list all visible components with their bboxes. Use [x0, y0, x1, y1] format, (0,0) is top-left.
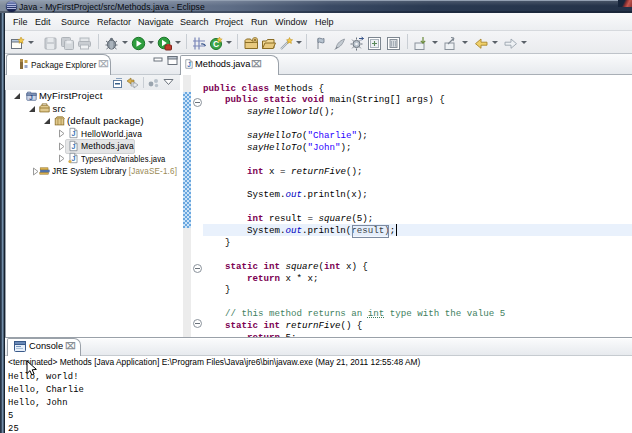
svg-text:J: J: [187, 61, 191, 68]
svg-text:J: J: [72, 130, 76, 137]
svg-text:J: J: [72, 155, 76, 162]
svg-text:J: J: [29, 94, 33, 101]
svg-text:J: J: [72, 143, 76, 150]
